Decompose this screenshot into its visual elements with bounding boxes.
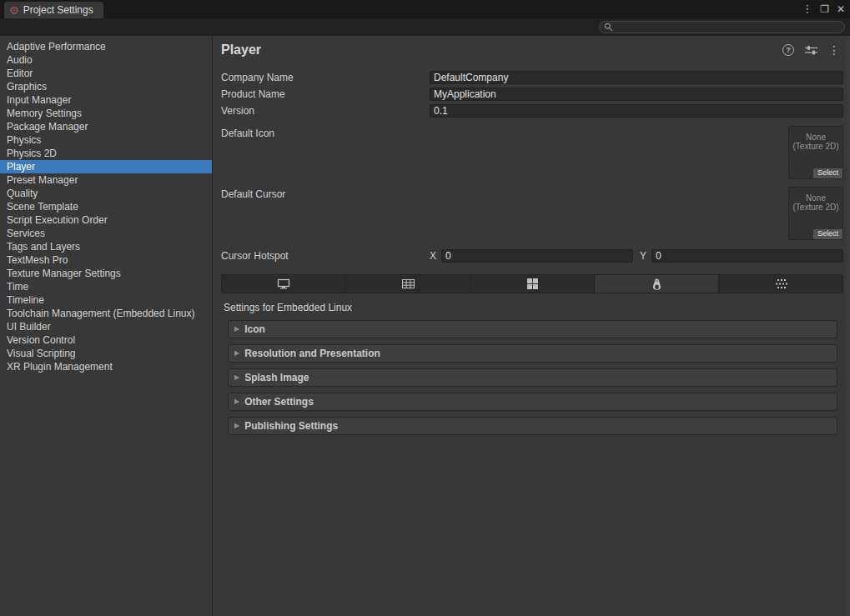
platform-tab-bar: [221, 274, 843, 293]
close-icon[interactable]: ✕: [837, 4, 845, 14]
hotspot-x-label: X: [430, 250, 436, 262]
titlebar: ⚙ Project Settings ⋮ ❐ ✕: [0, 0, 850, 18]
presets-icon[interactable]: [805, 45, 817, 55]
platform-tab-windows[interactable]: [470, 275, 595, 293]
sidebar-item-textmesh-pro[interactable]: TextMesh Pro: [0, 253, 212, 267]
chevron-right-icon: ▶: [234, 374, 239, 381]
sidebar-item-graphics[interactable]: Graphics: [0, 80, 212, 93]
window-title: Project Settings: [23, 4, 93, 16]
sidebar-item-audio[interactable]: Audio: [0, 53, 212, 67]
sidebar-item-version-control[interactable]: Version Control: [0, 333, 212, 347]
sidebar-item-script-execution-order[interactable]: Script Execution Order: [0, 213, 212, 227]
platform-tab-dedicated-server[interactable]: [346, 275, 470, 293]
search-box[interactable]: [599, 21, 845, 33]
sidebar-item-services[interactable]: Services: [0, 227, 212, 240]
default-icon-object-well[interactable]: None (Texture 2D) Select: [788, 126, 843, 179]
sidebar-item-tags-and-layers[interactable]: Tags and Layers: [0, 240, 212, 253]
sidebar-item-editor[interactable]: Editor: [0, 67, 212, 80]
settings-sidebar: Adaptive Performance Audio Editor Graphi…: [0, 36, 213, 616]
cursor-hotspot-label: Cursor Hotspot: [221, 250, 430, 262]
section-other-settings[interactable]: ▶ Other Settings: [228, 393, 837, 411]
search-input[interactable]: [613, 22, 840, 33]
settings-sections: ▶ Icon ▶ Resolution and Presentation ▶ S…: [221, 320, 843, 435]
hotspot-y-field[interactable]: [651, 249, 843, 263]
help-icon[interactable]: ?: [782, 44, 794, 56]
sidebar-item-input-manager[interactable]: Input Manager: [0, 93, 212, 107]
version-field[interactable]: [430, 104, 843, 118]
sidebar-item-package-manager[interactable]: Package Manager: [0, 120, 212, 133]
chevron-right-icon: ▶: [234, 398, 239, 405]
default-cursor-label: Default Cursor: [221, 187, 430, 240]
page-title: Player: [221, 43, 261, 58]
default-icon-label: Default Icon: [221, 126, 430, 179]
section-icon[interactable]: ▶ Icon: [228, 320, 837, 338]
product-name-row: Product Name: [221, 86, 843, 102]
window-tab-project-settings[interactable]: ⚙ Project Settings: [4, 2, 103, 18]
default-cursor-object-well[interactable]: None (Texture 2D) Select: [788, 187, 843, 240]
chevron-right-icon: ▶: [234, 326, 239, 333]
panel-header: Player ? ⋮: [221, 39, 843, 61]
search-icon: [604, 23, 613, 32]
project-settings-window: ⚙ Project Settings ⋮ ❐ ✕ Adaptive Perfor…: [0, 0, 850, 616]
company-name-field[interactable]: [430, 71, 843, 84]
maximize-icon[interactable]: ❐: [820, 4, 829, 14]
company-name-row: Company Name: [221, 69, 843, 85]
sidebar-item-preset-manager[interactable]: Preset Manager: [0, 173, 212, 187]
default-cursor-row: Default Cursor None (Texture 2D) Select: [221, 187, 843, 240]
version-label: Version: [221, 105, 430, 117]
player-settings-panel: Player ? ⋮ Company Name: [213, 36, 847, 616]
sidebar-item-ui-builder[interactable]: UI Builder: [0, 320, 212, 333]
sidebar-item-visual-scripting[interactable]: Visual Scripting: [0, 347, 212, 360]
sidebar-item-toolchain-management[interactable]: Toolchain Management (Embedded Linux): [0, 307, 212, 320]
qnx-dots-icon: [775, 279, 787, 288]
toolbar: [0, 18, 850, 36]
desktop-monitor-icon: [277, 278, 290, 289]
default-icon-select-button[interactable]: Select: [813, 168, 842, 178]
default-cursor-none-text: None (Texture 2D): [789, 193, 842, 212]
scrollbar[interactable]: [847, 36, 850, 616]
section-publishing-settings[interactable]: ▶ Publishing Settings: [228, 417, 837, 435]
sidebar-item-timeline[interactable]: Timeline: [0, 293, 212, 307]
sidebar-item-quality[interactable]: Quality: [0, 187, 212, 200]
hotspot-x-field[interactable]: [441, 249, 633, 263]
window-menu-icon[interactable]: ⋮: [802, 4, 812, 14]
settings-for-platform-note: Settings for Embedded Linux: [224, 302, 843, 313]
hotspot-y-label: Y: [640, 250, 646, 262]
version-row: Version: [221, 103, 843, 118]
sidebar-item-time[interactable]: Time: [0, 280, 212, 293]
platform-tab-qnx[interactable]: [719, 275, 842, 293]
titlebar-controls: ⋮ ❐ ✕: [802, 0, 845, 18]
windows-logo-icon: [527, 278, 538, 289]
sidebar-item-xr-plugin-management[interactable]: XR Plugin Management: [0, 360, 212, 373]
sidebar-item-physics[interactable]: Physics: [0, 133, 212, 147]
default-icon-row: Default Icon None (Texture 2D) Select: [221, 126, 843, 179]
more-menu-icon[interactable]: ⋮: [828, 44, 840, 56]
cursor-hotspot-row: Cursor Hotspot X Y: [221, 248, 843, 263]
sidebar-item-player[interactable]: Player: [0, 160, 212, 173]
company-name-label: Company Name: [221, 72, 430, 83]
settings-gear-icon: ⚙: [9, 5, 19, 16]
sidebar-item-adaptive-performance[interactable]: Adaptive Performance: [0, 40, 212, 53]
embedded-linux-penguin-icon: [652, 278, 661, 290]
product-name-field[interactable]: [430, 88, 843, 101]
content: Adaptive Performance Audio Editor Graphi…: [0, 36, 850, 616]
default-icon-none-text: None (Texture 2D): [789, 133, 842, 151]
chevron-right-icon: ▶: [234, 423, 239, 429]
section-resolution-and-presentation[interactable]: ▶ Resolution and Presentation: [228, 344, 837, 363]
dedicated-server-grid-icon: [402, 279, 415, 288]
header-icons: ? ⋮: [782, 44, 840, 56]
chevron-right-icon: ▶: [234, 350, 239, 357]
product-name-label: Product Name: [221, 88, 430, 100]
default-cursor-select-button[interactable]: Select: [813, 229, 842, 239]
sidebar-item-scene-template[interactable]: Scene Template: [0, 200, 212, 213]
section-splash-image[interactable]: ▶ Splash Image: [228, 368, 837, 387]
platform-tab-embedded-linux[interactable]: [595, 275, 719, 293]
sidebar-item-texture-manager-settings[interactable]: Texture Manager Settings: [0, 267, 212, 280]
platform-tab-desktop[interactable]: [222, 275, 346, 293]
sidebar-item-memory-settings[interactable]: Memory Settings: [0, 107, 212, 120]
sidebar-item-physics-2d[interactable]: Physics 2D: [0, 147, 212, 160]
